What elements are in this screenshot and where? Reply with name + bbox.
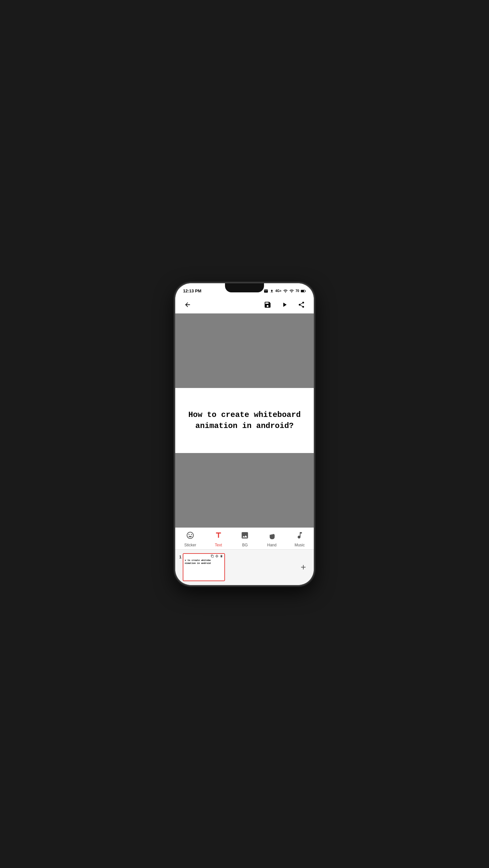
thumb-duplicate-icon[interactable] [211,555,214,558]
play-button[interactable] [279,299,290,311]
phone-frame: 12:13 PM 4G+ [174,283,315,586]
save-button[interactable] [262,299,273,311]
battery-icon [301,289,306,293]
main-content: How to create whiteboard animation in an… [175,313,314,527]
hand-label: Hand [267,543,277,547]
add-slide-button[interactable]: + [297,561,310,574]
sticker-icon [186,531,194,541]
phone-screen: 12:13 PM 4G+ [175,283,314,585]
music-icon [296,531,304,541]
slide-number: 1 [179,555,182,559]
top-nav [175,296,314,313]
hand-icon [268,531,276,541]
signal-icon [283,289,288,293]
thumb-text-line1: v to create whitebo [185,559,223,562]
slide-thumbnail-1[interactable]: v to create whitebo nimation in android [183,553,225,581]
thumb-text-area: v to create whitebo nimation in android [183,558,224,581]
music-label: Music [295,543,305,547]
upload-icon [270,289,274,293]
thumb-header [183,554,224,558]
slide-text: How to create whiteboard animation in an… [188,409,301,431]
thumb-move-icon[interactable] [215,555,219,558]
notch [225,283,264,292]
toolbar-hand[interactable]: Hand [267,531,277,547]
sticker-label: Sticker [184,543,196,547]
text-label: Text [215,543,222,547]
bg-icon [240,531,249,541]
gray-area-bottom [175,453,314,527]
thumb-delete-icon[interactable] [220,555,223,558]
wifi-icon [289,289,294,293]
sim-icon: 4G+ [275,289,282,293]
thumb-text-line2: nimation in android [185,562,223,565]
toolbar-text[interactable]: Text [214,531,223,547]
status-icons: 4G+ 70 [264,289,306,293]
notification-icon [264,289,268,293]
svg-rect-2 [301,290,304,292]
share-button[interactable] [296,299,307,311]
svg-rect-1 [305,290,306,291]
nav-right-buttons [262,299,307,311]
bottom-toolbar: Sticker Text BG [175,527,314,549]
slide-canvas[interactable]: How to create whiteboard animation in an… [175,388,314,453]
toolbar-music[interactable]: Music [295,531,305,547]
thumb-content: v to create whitebo nimation in android [183,554,224,581]
toolbar-sticker[interactable]: Sticker [184,531,196,547]
toolbar-bg[interactable]: BG [240,531,249,547]
status-time: 12:13 PM [183,288,201,293]
slides-strip: 1 [175,549,314,585]
text-icon [214,531,223,541]
battery-level: 70 [296,289,299,293]
add-icon: + [301,562,306,572]
back-button[interactable] [182,299,193,311]
bg-label: BG [242,543,248,547]
slide-1-wrapper: 1 [179,553,225,581]
gray-area-top [175,313,314,388]
